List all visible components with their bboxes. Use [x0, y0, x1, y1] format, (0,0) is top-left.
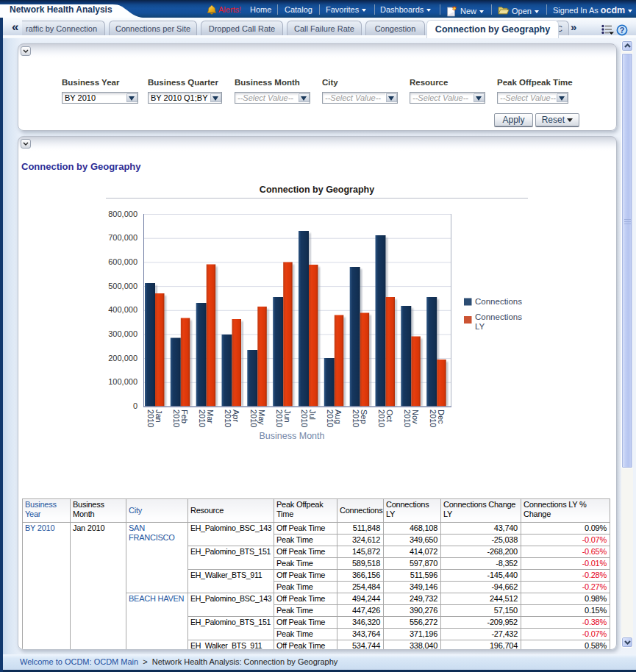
svg-text:Oct2010: Oct2010: [377, 410, 394, 427]
svg-text:Aug2010: Aug2010: [326, 410, 343, 427]
svg-text:100,000: 100,000: [108, 377, 137, 386]
svg-text:ConnectionsLY: ConnectionsLY: [475, 312, 522, 331]
svg-text:Sep2010: Sep2010: [351, 410, 368, 427]
svg-text:Dec2010: Dec2010: [429, 410, 446, 427]
svg-text:Mar2010: Mar2010: [198, 410, 215, 427]
svg-text:700,000: 700,000: [108, 233, 137, 242]
svg-text:500,000: 500,000: [108, 282, 137, 290]
svg-text:?: ?: [619, 26, 624, 35]
svg-text:800,000: 800,000: [108, 210, 137, 218]
svg-text:300,000: 300,000: [108, 329, 137, 338]
svg-text:Nov2010: Nov2010: [403, 410, 420, 427]
svg-text:Connections: Connections: [475, 297, 522, 306]
svg-text:200,000: 200,000: [108, 354, 137, 362]
svg-text:Jun2010: Jun2010: [275, 410, 292, 427]
svg-text:Feb2010: Feb2010: [172, 410, 189, 427]
svg-text:Jul2010: Jul2010: [300, 410, 317, 427]
svg-text:0: 0: [133, 401, 137, 410]
svg-text:Apr2010: Apr2010: [224, 410, 240, 427]
svg-text:600,000: 600,000: [108, 257, 137, 266]
svg-text:400,000: 400,000: [108, 305, 137, 314]
svg-text:Connection by Geography: Connection by Geography: [260, 185, 374, 195]
svg-text:Business Month: Business Month: [260, 431, 325, 441]
svg-text:Jan2010: Jan2010: [146, 410, 163, 427]
svg-text:May2010: May2010: [249, 410, 266, 427]
